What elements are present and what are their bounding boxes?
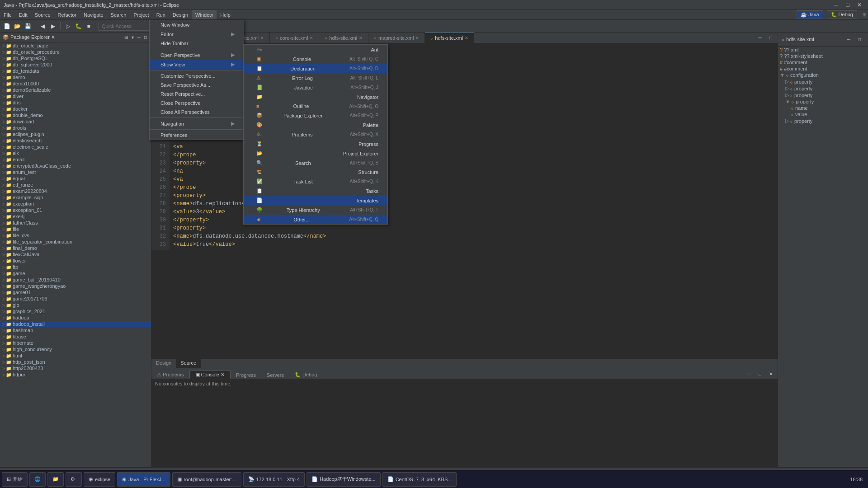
list-item[interactable]: ▷📁http20200423: [0, 365, 151, 371]
bottom-minimize-btn[interactable]: ─: [744, 369, 754, 379]
tab-source[interactable]: Source: [176, 359, 201, 368]
taskbar-browser-btn[interactable]: 🌐: [29, 472, 46, 487]
list-item[interactable]: ▷📁hadoop: [0, 314, 151, 321]
menu-help[interactable]: Help: [217, 10, 234, 19]
list-item[interactable]: ▷📁game_wangzherongyao: [0, 283, 151, 289]
toolbar-btn-open[interactable]: 📂: [12, 21, 22, 31]
pe-menu-btn[interactable]: ▾: [130, 34, 135, 40]
list-item[interactable]: ▷📁enum_test: [0, 169, 151, 175]
menu-file[interactable]: File: [0, 10, 15, 19]
rp-item-prop4[interactable]: ▼ ⬦ property: [778, 99, 868, 105]
list-item[interactable]: ▷📁elasticsearch: [0, 137, 151, 144]
submenu-item-package-explorer[interactable]: 📦 Package Explorer Alt+Shift+Q, P: [244, 111, 387, 120]
rp-item[interactable]: ▷ ⬦ property: [778, 117, 868, 124]
bottom-close-btn[interactable]: ✕: [766, 369, 776, 379]
list-item[interactable]: ▷📁gio: [0, 302, 151, 308]
list-item[interactable]: ▷📁electronic_scale: [0, 144, 151, 150]
menu-refactor[interactable]: Refactor: [54, 10, 80, 19]
list-item[interactable]: ▷📁encryptedJavaClass_code: [0, 163, 151, 169]
list-item[interactable]: ▷📁game01: [0, 289, 151, 296]
submenu-item-problems[interactable]: ⚠ Problems Alt+Shift+Q, X: [244, 130, 387, 139]
menu-item-editor[interactable]: Editor ▶: [150, 29, 244, 39]
tab-mapred-site[interactable]: ⬦ mapred-site.xml ✕: [368, 33, 425, 43]
editor-maximize-btn[interactable]: □: [766, 33, 776, 43]
submenu-item-other[interactable]: ⊞ Other... Alt+Shift+Q, Q: [244, 215, 387, 224]
list-item[interactable]: ▷📁file_cvs: [0, 232, 151, 239]
list-item[interactable]: ▷📁docker: [0, 106, 151, 112]
menu-item-hide-toolbar[interactable]: Hide Toolbar: [150, 39, 244, 48]
list-item[interactable]: ▷📁hibernate: [0, 340, 151, 346]
list-item[interactable]: ▷📁demo10000: [0, 80, 151, 87]
menu-item-reset-perspective[interactable]: Reset Perspective...: [150, 89, 244, 99]
menu-navigate[interactable]: Navigate: [80, 10, 107, 19]
perspective-settings-icon[interactable]: ⊞: [861, 11, 868, 18]
tab-hdfs-site-1[interactable]: ⬦ hdfs-site.xml ✕: [319, 33, 368, 43]
taskbar-eclipse-btn[interactable]: ◉ eclipse: [84, 472, 115, 487]
bottom-tab-debug[interactable]: 🐛 Debug: [289, 371, 322, 379]
submenu-item-tasklist[interactable]: ✅ Task List Alt+Shift+Q, K: [244, 177, 387, 186]
taskbar-xftp-btn[interactable]: 📡 172.18.0.11 - Xftp 4: [243, 472, 305, 487]
tab-core-site-2[interactable]: ⬦ core-site.xml ✕: [270, 33, 319, 43]
submenu-item-templates[interactable]: 📄 Templates: [244, 196, 387, 205]
rp-content[interactable]: ? ?? xml ? ?? xml-stylesheet # #comment …: [778, 47, 868, 467]
list-item[interactable]: ▷📁hbase: [0, 333, 151, 340]
submenu-item-structure[interactable]: 🏗 Structure: [244, 168, 387, 177]
menu-project[interactable]: Project: [130, 10, 152, 19]
list-item[interactable]: ▷📁double_demo: [0, 112, 151, 118]
menu-item-show-view[interactable]: Show View ▶: [150, 60, 244, 69]
rp-item[interactable]: # #comment: [778, 66, 868, 72]
toolbar-btn-back[interactable]: ◀: [38, 21, 47, 31]
taskbar-centos-btn[interactable]: 📄 CentOS_7_8_x64_KBS...: [382, 472, 457, 487]
rp-minimize-btn[interactable]: ─: [844, 34, 854, 44]
tab-close-core2[interactable]: ✕: [310, 36, 313, 40]
list-item[interactable]: ▷📁demo: [0, 74, 151, 80]
maximize-btn[interactable]: □: [843, 0, 853, 10]
list-item[interactable]: ▷📁game_ball_20190410: [0, 277, 151, 283]
list-item[interactable]: ▷📁high_concurrency: [0, 346, 151, 352]
menu-window[interactable]: Window: [192, 10, 217, 19]
toolbar-btn-save[interactable]: 💾: [23, 21, 33, 31]
list-item[interactable]: ▷📁diver: [0, 93, 151, 99]
list-item[interactable]: ▷📁dns: [0, 99, 151, 106]
window-menu-dropdown[interactable]: New Window Editor ▶ Hide Toolbar Open Pe…: [149, 20, 244, 140]
list-item[interactable]: ▷📁elk: [0, 150, 151, 156]
list-item[interactable]: ▷📁http_post_json: [0, 359, 151, 365]
list-item[interactable]: ▷📁email: [0, 156, 151, 163]
toolbar-btn-new[interactable]: 📄: [2, 21, 12, 31]
list-item[interactable]: ▷📁etl_runze: [0, 182, 151, 188]
pe-maximize-btn[interactable]: □: [143, 34, 148, 40]
bottom-maximize-btn[interactable]: □: [755, 369, 765, 379]
list-item[interactable]: ▷📁db_oracle_page: [0, 42, 151, 49]
submenu-item-typehierarchy[interactable]: 🌳 Type Hierarchy Alt+Shift+Q, T: [244, 205, 387, 215]
tab-close-core1[interactable]: ✕: [260, 36, 264, 40]
minimize-btn[interactable]: ─: [831, 0, 841, 10]
pe-minimize-btn[interactable]: ─: [136, 34, 142, 40]
tab-close-hdfs1[interactable]: ✕: [359, 36, 363, 40]
close-btn[interactable]: ✕: [854, 0, 864, 10]
list-item[interactable]: ▷📁fatherClass: [0, 220, 151, 226]
taskbar-settings-btn[interactable]: ⚙: [66, 472, 82, 487]
show-view-submenu[interactable]: 🐜 Ant ▣ Console Alt+Shift+Q, C 📋 Declara…: [243, 44, 388, 225]
list-item-hadoop-install[interactable]: ▷📁hadoop_install: [0, 321, 151, 327]
list-item[interactable]: ▷📁db_teradata: [0, 68, 151, 74]
list-item[interactable]: ▷📁example_scjp: [0, 194, 151, 201]
rp-item[interactable]: # #comment: [778, 59, 868, 66]
list-item[interactable]: ▷📁file: [0, 226, 151, 232]
submenu-item-errorlog[interactable]: ⚠ Error Log Alt+Shift+Q, L: [244, 73, 387, 83]
rp-item[interactable]: ▷ ⬦ property: [778, 78, 868, 85]
perspective-debug[interactable]: 🐛 Debug: [827, 10, 857, 19]
rp-item[interactable]: ⬦ value: [778, 111, 868, 117]
submenu-item-progress[interactable]: ⏳ Progress: [244, 139, 387, 149]
list-item[interactable]: ▷📁db_oracle_procedure: [0, 49, 151, 55]
list-item[interactable]: ▷📁httpurl: [0, 371, 151, 378]
list-item[interactable]: ▷📁db_PostgreSQL: [0, 55, 151, 61]
rp-item[interactable]: ? ?? xml: [778, 47, 868, 53]
tab-design[interactable]: Design: [151, 359, 176, 368]
bottom-tab-problems[interactable]: ⚠ Problems: [151, 371, 189, 379]
rp-item-configuration[interactable]: ▼ ⬦ configuration: [778, 72, 868, 78]
submenu-item-tasks[interactable]: 📋 Tasks: [244, 186, 387, 196]
toolbar-btn-stop[interactable]: ■: [84, 21, 94, 31]
toolbar-btn-fwd[interactable]: ▶: [48, 21, 58, 31]
tab-close-mapred[interactable]: ✕: [415, 36, 419, 40]
menu-edit[interactable]: Edit: [15, 10, 31, 19]
